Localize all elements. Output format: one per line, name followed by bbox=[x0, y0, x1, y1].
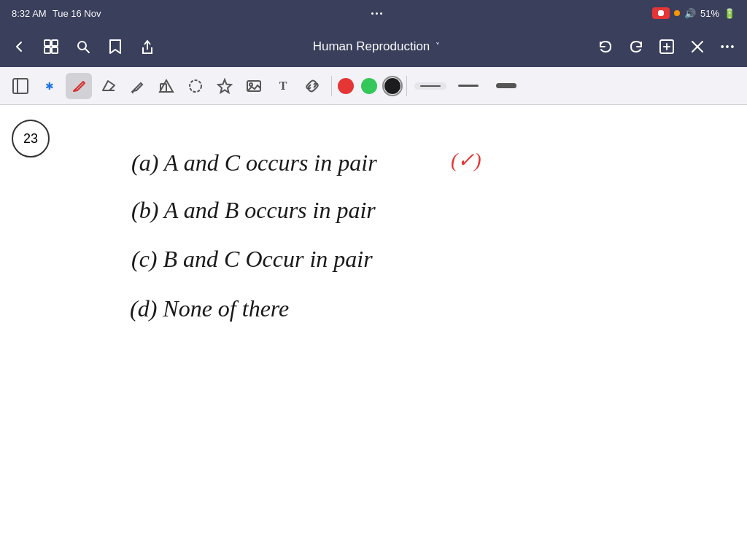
stroke-thick-button[interactable] bbox=[490, 80, 522, 91]
orange-dot bbox=[674, 10, 680, 16]
bookmark-button[interactable] bbox=[105, 36, 125, 57]
status-bar: 8:32 AM Tue 16 Nov ⏺ 🔊 51% 🔋 bbox=[0, 0, 747, 26]
sidebar-toggle-button[interactable] bbox=[7, 73, 34, 99]
second-toolbar: ✱ bbox=[0, 67, 747, 105]
svg-rect-3 bbox=[52, 47, 58, 53]
stroke-thin-button[interactable] bbox=[414, 82, 446, 90]
pen-tool-button[interactable] bbox=[66, 73, 92, 99]
title-chevron: ˅ bbox=[436, 42, 440, 52]
status-left: 8:32 AM Tue 16 Nov bbox=[12, 8, 101, 19]
toolbar-center[interactable]: Human Reproduction ˅ bbox=[313, 39, 441, 54]
toolbar-right: ••• bbox=[595, 36, 738, 57]
status-right: ⏺ 🔊 51% 🔋 bbox=[652, 7, 735, 19]
status-dots bbox=[371, 12, 382, 15]
canvas-area[interactable]: 23 (a) A and C occurs in pair (✓) (b) A … bbox=[0, 105, 747, 560]
svg-text:(d) None of there: (d) None of there bbox=[130, 295, 289, 322]
status-center bbox=[371, 12, 382, 15]
share-button[interactable] bbox=[137, 36, 158, 57]
battery-percent: 51% bbox=[700, 8, 719, 19]
highlighter-tool-button[interactable] bbox=[124, 73, 150, 99]
toolbar-separator-2 bbox=[406, 76, 407, 96]
color-green-button[interactable] bbox=[361, 78, 377, 94]
color-black-button[interactable] bbox=[384, 78, 400, 94]
svg-text:(✓): (✓) bbox=[451, 149, 481, 171]
svg-rect-0 bbox=[44, 40, 50, 46]
time: 8:32 AM bbox=[12, 8, 47, 19]
stroke-medium-button[interactable] bbox=[452, 82, 484, 90]
undo-button[interactable] bbox=[595, 36, 616, 57]
grid-button[interactable] bbox=[41, 36, 61, 57]
link-tool-button[interactable] bbox=[299, 73, 325, 99]
svg-text:(c) B and C Occur in pair: (c) B and C Occur in pair bbox=[131, 246, 373, 272]
lasso-tool-button[interactable] bbox=[182, 73, 209, 99]
toolbar-left bbox=[9, 36, 158, 57]
shapes-tool-button[interactable] bbox=[153, 73, 179, 99]
toolbar-separator-1 bbox=[331, 76, 332, 96]
record-badge: ⏺ bbox=[652, 7, 670, 19]
more-options-button[interactable]: ••• bbox=[718, 36, 738, 57]
image-tool-button[interactable] bbox=[241, 73, 267, 99]
bluetooth-icon: ✱ bbox=[36, 73, 63, 99]
battery-icon: 🔊 bbox=[684, 8, 696, 19]
back-button[interactable] bbox=[9, 36, 29, 57]
color-red-button[interactable] bbox=[338, 78, 354, 94]
svg-marker-19 bbox=[218, 79, 231, 93]
redo-button[interactable] bbox=[626, 36, 646, 57]
eraser-tool-button[interactable] bbox=[95, 73, 121, 99]
svg-line-5 bbox=[85, 49, 89, 52]
close-button[interactable] bbox=[687, 36, 708, 57]
record-icon: ⏺ bbox=[657, 8, 665, 18]
svg-point-21 bbox=[249, 83, 252, 86]
svg-rect-12 bbox=[13, 79, 28, 93]
handwritten-content: (a) A and C occurs in pair (✓) (b) A and… bbox=[0, 105, 747, 560]
battery-charging: 🔋 bbox=[724, 8, 735, 19]
text-tool-button[interactable]: T bbox=[270, 73, 296, 99]
top-toolbar: Human Reproduction ˅ bbox=[0, 26, 747, 67]
add-page-button[interactable] bbox=[657, 36, 677, 57]
search-button[interactable] bbox=[73, 36, 93, 57]
svg-text:(b) A and B occurs in pair: (b) A and B occurs in pair bbox=[131, 197, 376, 223]
svg-text:(a) A and C occurs in pair: (a) A and C occurs in pair bbox=[131, 149, 377, 176]
svg-rect-1 bbox=[52, 40, 58, 46]
day: Tue 16 Nov bbox=[53, 8, 101, 19]
svg-point-18 bbox=[190, 80, 201, 92]
svg-rect-2 bbox=[44, 47, 50, 53]
document-title: Human Reproduction bbox=[313, 39, 430, 54]
star-tool-button[interactable] bbox=[212, 73, 238, 99]
